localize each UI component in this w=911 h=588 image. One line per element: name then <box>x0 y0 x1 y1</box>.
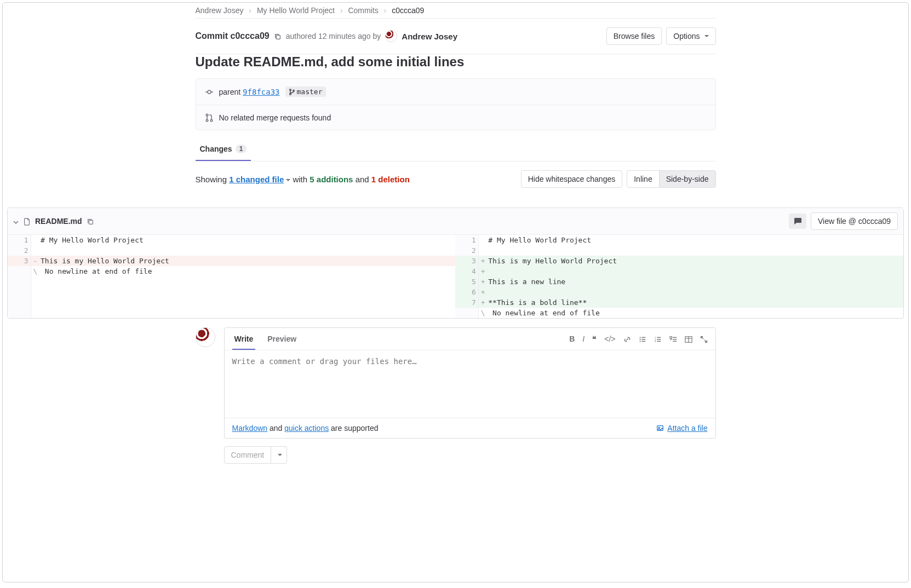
line-number-new[interactable]: 6 <box>455 287 478 297</box>
side-by-side-view-button[interactable]: Side-by-side <box>659 170 716 188</box>
bold-icon[interactable]: B <box>569 335 575 343</box>
markdown-link[interactable]: Markdown <box>232 424 268 433</box>
diff-sign <box>31 245 38 256</box>
tab-changes[interactable]: Changes 1 <box>196 137 251 161</box>
attach-file-link[interactable]: Attach a file <box>656 424 707 433</box>
file-icon <box>23 217 31 226</box>
numbered-list-icon[interactable]: 123 <box>654 335 662 343</box>
diff-code-new: No newline at end of file <box>486 308 903 318</box>
copy-icon[interactable] <box>274 32 282 41</box>
branch-name: master <box>297 88 323 96</box>
code-icon[interactable]: </> <box>604 335 615 343</box>
svg-point-27 <box>658 427 660 428</box>
table-icon[interactable] <box>685 335 692 343</box>
author-avatar[interactable] <box>385 30 397 42</box>
bullet-list-icon[interactable] <box>639 335 646 343</box>
comment-textarea[interactable] <box>225 350 715 416</box>
breadcrumb: Andrew Josey › My Hello World Project › … <box>196 3 716 18</box>
breadcrumb-project[interactable]: My Hello World Project <box>257 6 335 15</box>
diff-file: README.md View file @ c0ccca09 1# My Hel… <box>7 207 904 319</box>
svg-rect-17 <box>657 341 661 342</box>
copy-path-icon[interactable] <box>87 217 94 226</box>
diff-sign: + <box>478 287 486 297</box>
line-number-old[interactable] <box>8 266 31 276</box>
line-number-old[interactable] <box>8 287 31 297</box>
diff-sign <box>31 287 38 297</box>
diff-row: 22 <box>8 245 903 256</box>
collapse-icon[interactable] <box>13 217 19 226</box>
diff-row: \ No newline at end of file4+ <box>8 266 903 276</box>
breadcrumb-current: c0ccca09 <box>392 6 424 15</box>
task-list-icon[interactable] <box>669 335 677 343</box>
diff-row: 1# My Hello World Project1# My Hello Wor… <box>8 235 903 245</box>
attach-file-label: Attach a file <box>667 424 707 433</box>
line-number-old[interactable] <box>8 297 31 308</box>
comment-on-file-button[interactable] <box>789 214 806 229</box>
and-label: and <box>356 175 369 184</box>
breadcrumb-commits[interactable]: Commits <box>348 6 378 15</box>
svg-point-10 <box>639 339 640 340</box>
author-name[interactable]: Andrew Josey <box>402 32 457 41</box>
changed-file-dropdown[interactable]: 1 changed file <box>229 175 290 184</box>
options-button[interactable]: Options <box>666 27 715 45</box>
line-number-old[interactable]: 2 <box>8 245 31 256</box>
svg-rect-12 <box>641 337 645 338</box>
browse-files-button[interactable]: Browse files <box>606 27 662 45</box>
comment-submit-button[interactable]: Comment <box>224 446 272 464</box>
svg-rect-13 <box>641 339 645 340</box>
view-file-button[interactable]: View file @ c0ccca09 <box>811 212 898 230</box>
svg-point-1 <box>208 90 211 94</box>
svg-rect-23 <box>673 339 677 340</box>
diff-code-old: This is my Hello World Project <box>38 256 455 266</box>
line-number-new[interactable]: 5 <box>455 276 478 287</box>
svg-point-3 <box>289 93 291 95</box>
svg-rect-8 <box>89 221 93 224</box>
breadcrumb-owner[interactable]: Andrew Josey <box>196 6 244 15</box>
time-ago: 12 minutes ago <box>318 32 371 41</box>
line-number-old[interactable]: 1 <box>8 235 31 245</box>
deletions-count: 1 deletion <box>371 175 410 184</box>
link-icon[interactable] <box>623 335 631 343</box>
diff-code-new <box>486 287 903 297</box>
italic-icon[interactable]: I <box>582 335 585 343</box>
branch-tag[interactable]: master <box>285 87 326 97</box>
line-number-new[interactable]: 2 <box>455 245 478 256</box>
diff-code-old <box>38 287 455 297</box>
mr-status-text: No related merge requests found <box>219 113 331 122</box>
diff-code-new: This is a new line <box>486 276 903 287</box>
line-number-old[interactable] <box>8 276 31 287</box>
comment-submit-dropdown[interactable] <box>271 446 287 464</box>
comment-tab-preview[interactable]: Preview <box>265 328 299 350</box>
line-number-old[interactable] <box>8 308 31 318</box>
line-number-old[interactable]: 3 <box>8 256 31 266</box>
line-number-new[interactable] <box>455 308 478 318</box>
inline-view-button[interactable]: Inline <box>627 170 659 188</box>
diff-sign <box>478 245 486 256</box>
parent-sha-link[interactable]: 9f8fca33 <box>243 88 279 96</box>
hide-whitespace-button[interactable]: Hide whitespace changes <box>521 170 623 188</box>
commit-sha: c0ccca09 <box>231 31 270 41</box>
comment-tab-write[interactable]: Write <box>232 328 256 350</box>
svg-rect-21 <box>669 337 672 339</box>
diff-sign <box>31 297 38 308</box>
breadcrumb-sep: › <box>340 6 343 15</box>
quote-icon[interactable]: ❝ <box>592 335 597 343</box>
line-number-new[interactable]: 3 <box>455 256 478 266</box>
current-user-avatar[interactable] <box>196 327 215 347</box>
file-name[interactable]: README.md <box>35 217 82 226</box>
diff-code-new <box>486 245 903 256</box>
tabs: Changes 1 <box>196 137 716 162</box>
svg-rect-16 <box>657 339 661 340</box>
comment-box: Write Preview B I ❝ </> 123 <box>224 327 716 439</box>
quick-actions-link[interactable]: quick actions <box>284 424 329 433</box>
line-number-new[interactable]: 4 <box>455 266 478 276</box>
and-label: and <box>270 424 282 433</box>
svg-rect-15 <box>657 337 661 338</box>
showing-label: Showing <box>196 175 227 184</box>
diff-code-new: # My Hello World Project <box>486 235 903 245</box>
svg-point-9 <box>639 337 640 338</box>
svg-point-5 <box>206 114 208 116</box>
line-number-new[interactable]: 1 <box>455 235 478 245</box>
line-number-new[interactable]: 7 <box>455 297 478 308</box>
fullscreen-icon[interactable] <box>700 335 708 343</box>
